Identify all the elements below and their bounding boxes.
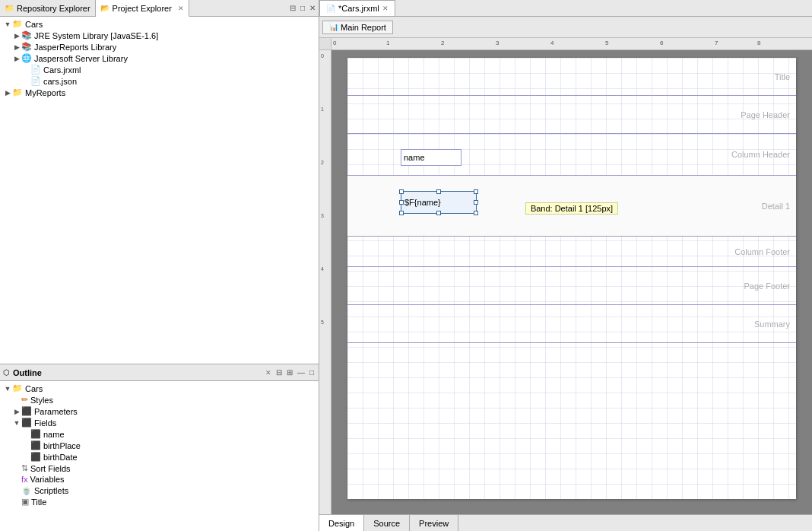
outline-item-scriptlets[interactable]: 🍵 Scriptlets xyxy=(0,485,319,496)
outline-panel: ⬡ Outline ✕ ⊟ ⊞ — □ ▼ 📁 Cars xyxy=(0,364,319,531)
outline-item-parameters[interactable]: ▶ ⬛ Parameters xyxy=(0,405,319,417)
report-canvas[interactable]: Title Page Header Column Header name xyxy=(331,50,812,514)
canvas-area[interactable]: 0 1 2 3 4 5 Title xyxy=(319,50,812,514)
outline-item-styles[interactable]: ✏ Styles xyxy=(0,394,319,405)
tab-preview[interactable]: Preview xyxy=(410,515,458,531)
outline-header: ⬡ Outline ✕ ⊟ ⊞ — □ xyxy=(0,364,319,381)
outline-item-title[interactable]: ▣ Title xyxy=(0,496,319,507)
band-tooltip: Band: Detail 1 [125px] xyxy=(525,202,618,215)
tree-item-serverlib[interactable]: ▶ 🌐 Jaspersoft Server Library xyxy=(0,52,319,64)
handle-top-middle[interactable] xyxy=(436,189,441,194)
project-explorer-tree: ▼ 📁 Cars ▶ 📚 JRE System Library [JavaSE-… xyxy=(0,17,319,364)
toggle-jre[interactable]: ▶ xyxy=(12,32,21,40)
outline-label-birthplace: birthPlace xyxy=(43,441,81,450)
outline-tree: ▼ 📁 Cars ✏ Styles ▶ ⬛ Paramete xyxy=(0,381,319,531)
editor-tabs-bar: 📄 *Cars.jrxml ✕ xyxy=(319,0,812,17)
tab-project-explorer[interactable]: 📂 Project Explorer ✕ xyxy=(96,0,189,17)
outline-toggle-fields[interactable]: ▼ xyxy=(12,419,21,427)
jrxml-file-icon: 📄 xyxy=(30,65,41,75)
tree-label-myreports: MyReports xyxy=(25,88,65,97)
report-page: Title Page Header Column Header name xyxy=(347,58,796,499)
outline-label-sortfields: Sort Fields xyxy=(30,464,71,473)
handle-bottom-left[interactable] xyxy=(399,211,404,215)
tab-source[interactable]: Source xyxy=(364,515,410,531)
field-icon-name: ⬛ xyxy=(30,429,41,439)
tab-preview-label: Preview xyxy=(419,519,449,528)
outline-label-birthdate: birthDate xyxy=(43,453,78,462)
outline-label-scriptlets: Scriptlets xyxy=(34,486,68,495)
expand-outline-btn[interactable]: ⊞ xyxy=(285,368,294,377)
tab-repository-explorer[interactable]: 📁 Repository Explorer xyxy=(0,0,96,16)
editor-tab-close-btn[interactable]: ✕ xyxy=(382,5,389,12)
outline-toggle-cars[interactable]: ▼ xyxy=(3,385,12,393)
outline-item-field-birthplace[interactable]: ⬛ birthPlace xyxy=(0,440,319,451)
tree-label-cars-jrxml: Cars.jrxml xyxy=(43,65,81,75)
tab-design-label: Design xyxy=(328,519,354,528)
tree-item-cars-json[interactable]: 📄 cars.json xyxy=(0,75,319,87)
band-summary-label: Summary xyxy=(754,320,790,329)
collapse-outline-btn[interactable]: ⊟ xyxy=(274,368,284,377)
title-band-icon: ▣ xyxy=(21,497,29,507)
tab-design[interactable]: Design xyxy=(319,515,364,531)
vertical-ruler: 0 1 2 3 4 5 xyxy=(319,50,331,514)
toggle-myreports[interactable]: ▶ xyxy=(3,89,12,97)
band-column-footer: Column Footer xyxy=(347,237,796,267)
field-icon-birthplace: ⬛ xyxy=(30,440,41,450)
editor-tab-cars-jrxml[interactable]: 📄 *Cars.jrxml ✕ xyxy=(319,0,395,16)
band-title-label: Title xyxy=(775,72,790,81)
outline-label-field-name: name xyxy=(43,430,65,439)
close-outline-tab-icon[interactable]: ✕ xyxy=(265,369,271,377)
outline-item-sortfields[interactable]: ⇅ Sort Fields xyxy=(0,463,319,474)
ruler: 0 1 2 3 4 5 6 7 8 xyxy=(319,38,812,50)
tree-item-jasperlib[interactable]: ▶ 📚 JasperReports Library xyxy=(0,41,319,52)
toggle-serverlib[interactable]: ▶ xyxy=(12,55,21,62)
toggle-cars[interactable]: ▼ xyxy=(3,21,12,28)
outline-label-title: Title xyxy=(31,498,46,507)
band-page-footer: Page Footer xyxy=(347,267,796,305)
handle-middle-right[interactable] xyxy=(474,200,478,205)
handle-middle-left[interactable] xyxy=(399,200,404,205)
main-report-label: Main Report xyxy=(341,23,386,32)
outline-item-fields[interactable]: ▼ ⬛ Fields xyxy=(0,417,319,428)
handle-top-right[interactable] xyxy=(474,189,478,194)
main-report-button[interactable]: 📊 Main Report xyxy=(322,21,393,34)
vars-icon: fx xyxy=(21,475,28,484)
tree-item-cars[interactable]: ▼ 📁 Cars xyxy=(0,18,319,30)
fields-icon: ⬛ xyxy=(21,418,32,428)
maximize-outline-btn[interactable]: □ xyxy=(308,368,316,377)
close-tab-icon[interactable]: ✕ xyxy=(178,5,184,12)
ruler-scale: 0 1 2 3 4 5 6 7 8 xyxy=(331,38,812,49)
bottom-tabs-bar: Design Source Preview xyxy=(319,514,812,531)
minimize-outline-btn[interactable]: — xyxy=(296,368,306,377)
band-detail-label: Detail 1 xyxy=(762,202,790,211)
outline-label-variables: Variables xyxy=(30,475,65,484)
explorer-tab-actions: ⊟ □ ✕ xyxy=(288,0,319,16)
lib-icon-jasper: 📚 xyxy=(21,42,32,52)
minimize-explorer-btn[interactable]: ⊟ xyxy=(288,4,297,12)
outline-item-field-name[interactable]: ⬛ name xyxy=(0,428,319,440)
restore-explorer-btn[interactable]: □ xyxy=(299,4,306,12)
handle-bottom-middle[interactable] xyxy=(436,211,441,215)
outline-folder-icon-cars: 📁 xyxy=(12,383,23,393)
params-icon: ⬛ xyxy=(21,406,32,416)
tree-item-cars-jrxml[interactable]: 📄 Cars.jrxml xyxy=(0,64,319,75)
sort-icon: ⇅ xyxy=(21,463,28,473)
editor-toolbar: 📊 Main Report xyxy=(319,17,812,38)
band-column-header: Column Header name xyxy=(347,134,796,176)
outline-label-fields: Fields xyxy=(34,418,56,428)
outline-item-field-birthdate[interactable]: ⬛ birthDate xyxy=(0,451,319,463)
handle-top-left[interactable] xyxy=(399,189,404,194)
outline-item-cars[interactable]: ▼ 📁 Cars xyxy=(0,383,319,394)
tree-item-myreports[interactable]: ▶ 📁 MyReports xyxy=(0,87,319,98)
outline-item-variables[interactable]: fx Variables xyxy=(0,474,319,485)
toggle-jasperlib[interactable]: ▶ xyxy=(12,43,21,51)
detail-element[interactable]: $F{name} xyxy=(401,191,477,214)
close-explorer-btn[interactable]: ✕ xyxy=(308,4,317,12)
band-page-header: Page Header xyxy=(347,96,796,134)
name-field-box[interactable]: name xyxy=(401,149,462,166)
outline-toggle-parameters[interactable]: ▶ xyxy=(12,408,21,415)
outline-title: Outline xyxy=(13,368,262,377)
handle-bottom-right[interactable] xyxy=(474,211,478,215)
tree-item-jre[interactable]: ▶ 📚 JRE System Library [JavaSE-1.6] xyxy=(0,30,319,41)
band-title: Title xyxy=(347,58,796,96)
